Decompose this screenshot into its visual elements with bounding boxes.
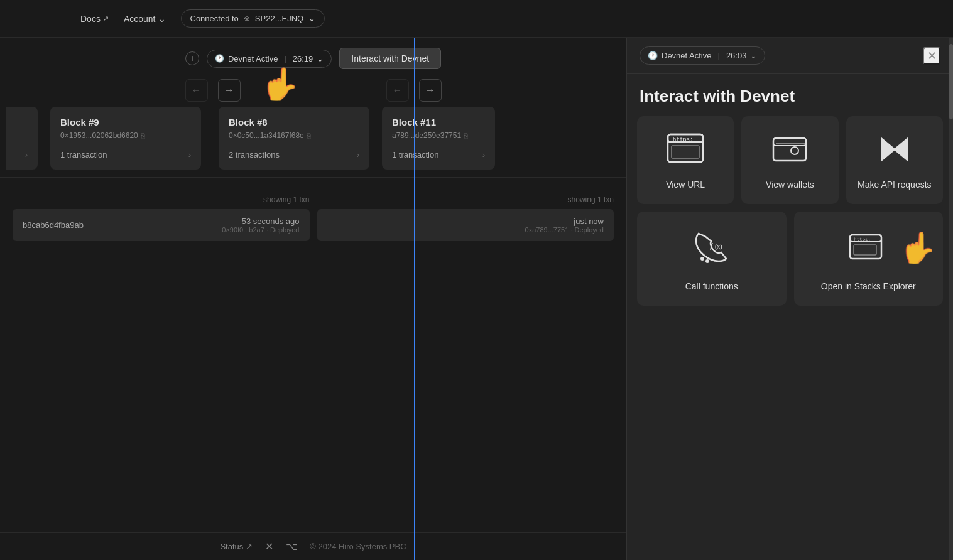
main-area: i 🕐 Devnet Active | 26:19 ⌄ Interact wit… <box>0 38 953 560</box>
connected-button[interactable]: Connected to ※ SP22...EJNQ ⌄ <box>181 9 325 28</box>
interact-devnet-button[interactable]: Interact with Devnet <box>339 48 441 69</box>
call-functions-card[interactable]: f (x) Call functions <box>637 212 787 306</box>
status-label: Status <box>220 542 243 551</box>
divider: | <box>284 54 286 63</box>
icon-wrap: f (x) <box>690 224 734 272</box>
top-nav: Docs ↗ Account ⌄ Connected to ※ SP22...E… <box>0 0 953 38</box>
sol-icon: ※ <box>244 14 250 23</box>
txn-deployed: 0×90f0...b2a7 · Deployed <box>222 226 299 234</box>
next-arrow-button-2[interactable]: → <box>419 79 442 102</box>
cursor-overlay-panel: 👆 <box>899 230 937 266</box>
copy-icon[interactable]: ⎘ <box>141 132 145 139</box>
block-card-9[interactable]: Block #9 0×1953...02062bd6620 ⎘ 1 transa… <box>50 107 201 170</box>
block-txn: 1 transaction › <box>392 150 485 159</box>
open-explorer-card[interactable]: https: 👆 Open in Stacks Explorer <box>794 212 944 306</box>
open-explorer-label: Open in Stacks Explorer <box>821 281 916 293</box>
svg-point-13 <box>700 257 704 261</box>
next-arrow-button[interactable]: → <box>218 79 241 102</box>
block-txn: 2 transactions › <box>229 150 359 159</box>
divider <box>0 177 626 178</box>
txn-panel-right: showing 1 txn just now 0xa789...7751 · D… <box>317 190 614 241</box>
block-txn: 1 transaction › <box>60 150 191 159</box>
panel-header: 🕐 Devnet Active | 26:03 ⌄ ✕ <box>627 38 953 74</box>
info-icon: i <box>192 55 193 62</box>
status-ext-icon: ↗ <box>246 542 253 551</box>
icon-wrap <box>874 129 915 170</box>
status-link[interactable]: Status ↗ <box>220 542 253 551</box>
txn-panel-left: showing 1 txn b8cab6d4fba9ab 53 seconds … <box>13 190 310 241</box>
svg-rect-4 <box>672 146 699 158</box>
devnet-badge[interactable]: 🕐 Devnet Active | 26:19 ⌄ <box>207 50 332 68</box>
svg-text:(x): (x) <box>715 243 722 250</box>
make-api-card[interactable]: Make API requests <box>846 116 943 204</box>
view-wallets-card[interactable]: View wallets <box>741 116 838 204</box>
chevron-icon: › <box>357 150 359 159</box>
docs-link[interactable]: Docs ↗ <box>80 14 109 24</box>
clock-icon: 🕐 <box>215 54 224 63</box>
block-hash: 0×1953...02062bd6620 ⎘ <box>60 131 191 140</box>
block-title: Block #11 <box>392 117 485 127</box>
block-title: Block #9 <box>60 117 191 127</box>
actions-grid-row2: f (x) Call functions <box>627 212 953 306</box>
showing-label: showing 1 txn <box>317 190 614 209</box>
block-card-8[interactable]: Block #8 0×0c50...1a34167f68e ⎘ 2 transa… <box>219 107 369 170</box>
block-hash: 0×0c50...1a34167f68e ⎘ <box>229 131 359 140</box>
cursor-hand-icon-2: 👆 <box>899 230 937 266</box>
txn-time: just now <box>525 217 604 226</box>
prev-arrow-button-2[interactable]: ← <box>386 79 409 102</box>
txn-deployed: 0xa789...7751 · Deployed <box>525 226 604 234</box>
blocks-row: Block #7 0×... ... › Block #9 0×1953...0… <box>0 107 626 170</box>
twitter-link[interactable]: ✕ <box>265 541 273 552</box>
view-url-card[interactable]: https: View URL <box>637 116 734 204</box>
copyright-text: © 2024 Hiro Systems PBC <box>310 542 406 551</box>
panel-scrollbar[interactable] <box>949 38 953 560</box>
account-chevron-icon: ⌄ <box>158 14 166 24</box>
connected-chevron-icon: ⌄ <box>308 14 315 23</box>
panel-devnet-badge[interactable]: 🕐 Devnet Active | 26:03 ⌄ <box>640 46 765 65</box>
svg-rect-19 <box>854 245 876 255</box>
svg-marker-10 <box>893 137 908 162</box>
txn-row[interactable]: b8cab6d4fba9ab 53 seconds ago 0×90f0...b… <box>13 209 310 241</box>
nav-arrows-row: ← → ← → <box>0 79 626 107</box>
call-functions-icon: f (x) <box>690 229 734 267</box>
view-url-label: View URL <box>666 179 705 191</box>
panel-scrollbar-thumb <box>949 44 953 119</box>
open-explorer-icon: https: <box>846 229 890 267</box>
panel-devnet-label: Devnet Active <box>662 51 712 60</box>
copy-icon[interactable]: ⎘ <box>307 132 311 139</box>
panel-chevron-icon: ⌄ <box>750 51 757 60</box>
block-title: Block #8 <box>229 117 359 127</box>
block-card-11[interactable]: Block #11 a789...de259e37751 ⎘ 1 transac… <box>382 107 495 170</box>
block-hash: a789...de259e37751 ⎘ <box>392 131 485 140</box>
svg-rect-6 <box>773 138 806 146</box>
chevron-icon: › <box>188 150 191 159</box>
panel-content: https: View URL <box>627 116 953 560</box>
prev-arrow-button[interactable]: ← <box>185 79 208 102</box>
account-dropdown[interactable]: Account ⌄ <box>124 14 166 24</box>
panel-devnet-timer: 26:03 <box>726 51 747 60</box>
view-url-icon: https: <box>665 132 705 167</box>
copy-icon[interactable]: ⎘ <box>464 132 468 139</box>
txn-hash: b8cab6d4fba9ab <box>23 220 84 230</box>
blue-separator <box>414 38 415 560</box>
footer: Status ↗ ✕ ⌥ © 2024 Hiro Systems PBC <box>0 532 626 560</box>
devnet-label: Devnet Active <box>228 54 278 63</box>
actions-grid-row1: https: View URL <box>627 116 953 204</box>
devnet-chevron-icon: ⌄ <box>317 54 324 63</box>
github-link[interactable]: ⌥ <box>286 541 297 552</box>
txn-area: showing 1 txn b8cab6d4fba9ab 53 seconds … <box>0 190 626 241</box>
txn-time: 53 seconds ago <box>222 217 299 226</box>
icon-wrap: https: <box>665 129 705 170</box>
account-label: Account <box>124 14 156 24</box>
txn-meta: just now 0xa789...7751 · Deployed <box>525 217 604 234</box>
panel-title: Interact with Devnet <box>627 74 953 116</box>
panel-divider: | <box>718 51 720 60</box>
close-panel-button[interactable]: ✕ <box>923 47 940 65</box>
connected-address: SP22...EJNQ <box>255 14 303 23</box>
make-api-icon <box>874 132 915 167</box>
github-icon: ⌥ <box>286 541 297 552</box>
info-button[interactable]: i <box>185 51 199 65</box>
right-panel: 🕐 Devnet Active | 26:03 ⌄ ✕ Interact wit… <box>626 38 953 560</box>
txn-row[interactable]: just now 0xa789...7751 · Deployed <box>317 209 614 241</box>
grid-wrapper: https: View URL <box>627 116 953 316</box>
